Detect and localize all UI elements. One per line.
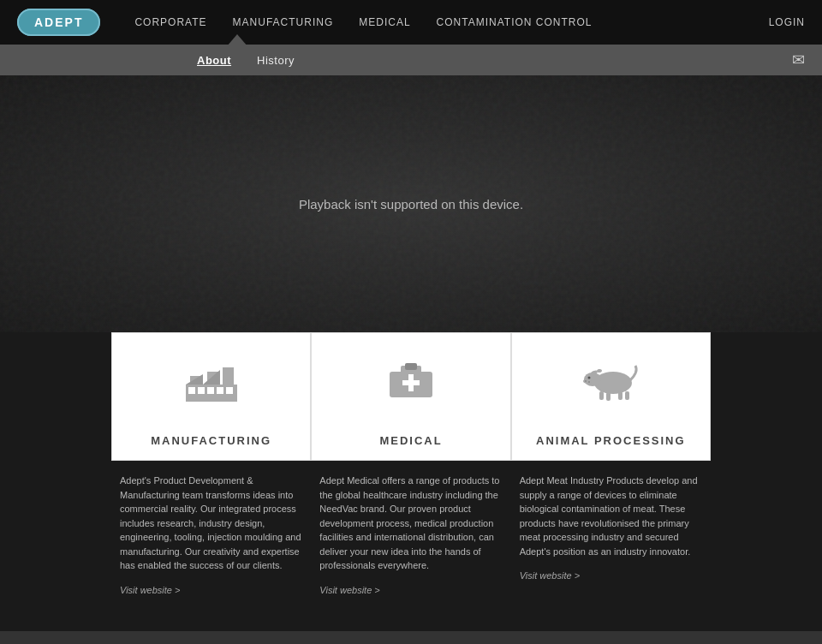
medical-link[interactable]: Visit website >: [319, 585, 379, 595]
svg-point-20: [597, 369, 603, 373]
svg-rect-5: [198, 387, 205, 394]
svg-rect-3: [223, 367, 234, 386]
top-nav: ADEPT CORPORATE MANUFACTURING MEDICAL CO…: [0, 0, 822, 45]
cards-text-section: Adept's Product Development & Manufactur…: [0, 461, 822, 623]
manufacturing-text: Adept's Product Development & Manufactur…: [111, 474, 311, 597]
logo-wrap: ADEPT: [17, 15, 100, 30]
medical-description: Adept Medical offers a range of products…: [319, 474, 502, 573]
medical-title: MEDICAL: [379, 426, 442, 460]
subnav-about[interactable]: About: [197, 54, 231, 67]
svg-rect-6: [207, 387, 214, 394]
animal-icon-area: [512, 333, 710, 426]
manufacturing-description: Adept's Product Development & Manufactur…: [120, 474, 302, 573]
svg-point-18: [583, 379, 592, 384]
footer: Copyright © 2015 Adept Ltd: [0, 631, 822, 645]
cow-icon: [581, 359, 640, 408]
email-icon: ✉: [792, 51, 805, 69]
nav-contamination[interactable]: CONTAMINATION CONTROL: [437, 16, 593, 28]
card-animal: ANIMAL PROCESSING: [511, 332, 711, 461]
medical-text: Adept Medical offers a range of products…: [311, 474, 510, 597]
svg-rect-24: [625, 391, 629, 400]
nav-login[interactable]: LOGIN: [769, 16, 805, 28]
subnav-links: About History: [197, 54, 295, 67]
subnav-email[interactable]: ✉: [792, 51, 805, 69]
factory-icon: [186, 359, 237, 408]
svg-rect-21: [599, 391, 604, 400]
nav-corporate[interactable]: CORPORATE: [134, 16, 206, 28]
svg-rect-7: [217, 387, 223, 394]
medical-icon: [385, 359, 437, 408]
svg-rect-23: [618, 391, 622, 400]
video-area: Playback isn't supported on this device.: [0, 75, 822, 332]
svg-point-26: [585, 380, 587, 382]
svg-marker-9: [186, 374, 203, 385]
svg-point-27: [588, 381, 590, 383]
animal-link[interactable]: Visit website >: [520, 570, 580, 581]
card-manufacturing: MANUFACTURING: [111, 332, 311, 461]
svg-rect-13: [405, 363, 417, 370]
card-medical: MEDICAL: [311, 332, 510, 461]
manufacturing-link[interactable]: Visit website >: [120, 585, 180, 595]
subnav-history[interactable]: History: [257, 54, 295, 67]
sub-nav: About History ✉: [0, 45, 822, 75]
animal-title: ANIMAL PROCESSING: [536, 426, 686, 460]
svg-rect-8: [226, 387, 233, 394]
manufacturing-icon-area: [112, 333, 310, 426]
animal-description: Adept Meat Industry Products develop and…: [520, 474, 702, 558]
animal-text: Adept Meat Industry Products develop and…: [511, 474, 711, 597]
cards-section: MANUFACTURING MEDICAL: [0, 332, 822, 461]
svg-rect-22: [606, 392, 611, 401]
svg-rect-4: [188, 387, 195, 394]
svg-point-25: [588, 377, 591, 379]
nav-links: CORPORATE MANUFACTURING MEDICAL CONTAMIN…: [134, 16, 768, 28]
playback-message: Playback isn't supported on this device.: [299, 197, 523, 212]
manufacturing-title: MANUFACTURING: [151, 426, 271, 460]
subnav-arrow: [227, 34, 247, 46]
nav-medical[interactable]: MEDICAL: [359, 16, 410, 28]
medical-icon-area: [312, 333, 509, 426]
nav-manufacturing[interactable]: MANUFACTURING: [233, 16, 334, 28]
logo[interactable]: ADEPT: [17, 9, 100, 36]
svg-rect-15: [408, 374, 414, 391]
